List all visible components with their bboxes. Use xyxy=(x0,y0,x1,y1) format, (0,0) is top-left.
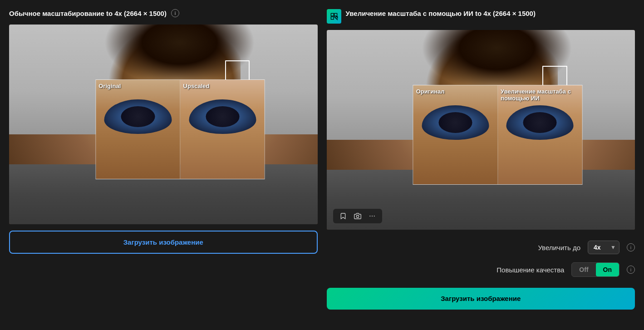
svg-point-2 xyxy=(372,216,373,217)
right-original-label: Оригинал xyxy=(416,88,445,95)
right-panel: Увеличение масштаба с помощью ИИ to 4x (… xyxy=(327,9,635,321)
right-zoom-overlay: Оригинал Увеличение масштаба с помощью И… xyxy=(413,85,583,185)
quality-toggle: Off On xyxy=(571,262,619,277)
scale-info-icon[interactable]: i xyxy=(627,243,635,251)
camera-button[interactable] xyxy=(352,212,363,221)
svg-point-1 xyxy=(369,216,370,217)
left-panel: Обычное масштабирование to 4x (2664 × 15… xyxy=(9,9,318,321)
right-eye-original xyxy=(422,105,489,140)
left-info-icon[interactable]: i xyxy=(171,9,179,17)
left-zoom-overlay: Original Upscaled xyxy=(95,79,265,179)
bookmark-button[interactable] xyxy=(338,212,349,221)
left-panel-title: Обычное масштабирование to 4x (2664 × 15… xyxy=(9,9,167,18)
left-zoom-upscaled: Upscaled xyxy=(181,80,265,179)
left-panel-header: Обычное масштабирование to 4x (2664 × 15… xyxy=(9,9,318,18)
right-panel-title: Увеличение масштаба с помощью ИИ to 4x (… xyxy=(346,9,635,18)
more-options-button[interactable] xyxy=(367,212,378,221)
left-bottom-area: Загрузить изображение xyxy=(9,231,318,254)
right-zoom-ai: Увеличение масштаба с помощью ИИ xyxy=(498,85,582,184)
scale-control-row: Увеличить до 2x 4x 6x 8x ▼ i xyxy=(327,241,635,254)
scale-select[interactable]: 2x 4x 6x 8x xyxy=(588,241,619,254)
toggle-on-option[interactable]: On xyxy=(596,263,619,276)
right-zoom-original: Оригинал xyxy=(413,85,498,184)
left-zoom-original: Original xyxy=(96,80,180,179)
right-image-container: Оригинал Увеличение масштаба с помощью И… xyxy=(327,30,635,230)
app-container: Обычное масштабирование to 4x (2664 × 15… xyxy=(0,0,644,330)
right-bottom-area: Загрузить изображение xyxy=(327,288,635,310)
quality-info-icon[interactable]: i xyxy=(627,266,635,274)
left-eye-upscaled xyxy=(189,99,256,134)
right-eye-ai xyxy=(506,105,574,140)
left-original-label: Original xyxy=(98,83,121,89)
svg-point-0 xyxy=(356,215,359,217)
ai-upscale-icon xyxy=(327,9,341,24)
right-panel-header: Увеличение масштаба с помощью ИИ to 4x (… xyxy=(327,9,635,24)
left-upscaled-label: Upscaled xyxy=(183,83,210,89)
quality-control-row: Повышение качества Off On i xyxy=(327,262,635,277)
scale-label: Увеличить до xyxy=(538,244,580,251)
quality-label: Повышение качества xyxy=(497,266,564,274)
right-download-button[interactable]: Загрузить изображение xyxy=(327,288,635,310)
right-toolbar xyxy=(333,209,382,223)
controls-section: Увеличить до 2x 4x 6x 8x ▼ i Повышение к… xyxy=(327,236,635,281)
left-download-button[interactable]: Загрузить изображение xyxy=(9,231,318,254)
svg-point-3 xyxy=(374,216,374,217)
toggle-off-option[interactable]: Off xyxy=(572,263,595,276)
right-ai-label: Увеличение масштаба с помощью ИИ xyxy=(501,88,582,102)
scale-select-wrapper: 2x 4x 6x 8x ▼ xyxy=(588,241,619,254)
left-eye-original xyxy=(104,99,172,134)
left-image-container: Original Upscaled xyxy=(9,25,318,224)
